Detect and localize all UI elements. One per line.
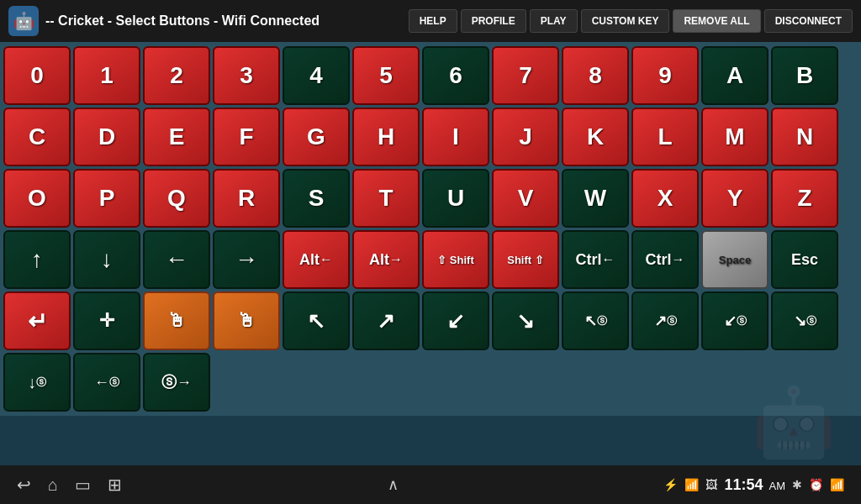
titlebar-nav: HELP PROFILE PLAY CUSTOM KEY REMOVE ALL … <box>409 9 853 33</box>
key-b[interactable]: B <box>771 46 838 105</box>
key-shift-right[interactable]: Shift ⇧ <box>492 230 559 289</box>
key-m[interactable]: M <box>701 108 769 166</box>
titlebar-left: 🤖 -- Cricket - Select Buttons - Wifi Con… <box>8 6 320 36</box>
disconnect-button[interactable]: DISCONNECT <box>764 9 853 33</box>
bluetooth-icon: ✱ <box>792 478 802 491</box>
key-q[interactable]: Q <box>143 169 210 228</box>
key-move[interactable]: ✛ <box>73 291 140 350</box>
key-d[interactable]: D <box>73 108 140 166</box>
remove-all-button[interactable]: REMOVE ALL <box>673 9 760 33</box>
key-ctrl-right[interactable]: Ctrl→ <box>631 230 699 289</box>
usb-icon: ⚡ <box>663 478 678 491</box>
key-row-2: C D E F G H I J K L M N <box>2 108 859 166</box>
key-y[interactable]: Y <box>701 169 769 228</box>
keyboard-area: 0 1 2 3 4 5 6 7 8 9 A B C D E F G H I J … <box>0 42 861 416</box>
key-h[interactable]: H <box>352 108 420 166</box>
key-mouse-left[interactable]: 🖱 <box>143 291 210 350</box>
key-t[interactable]: T <box>352 169 420 228</box>
wifi-icon: 📶 <box>684 478 699 491</box>
key-space[interactable]: Space <box>701 230 769 289</box>
profile-button[interactable]: PROFILE <box>461 9 526 33</box>
key-1[interactable]: 1 <box>73 46 140 105</box>
app-icon: 🤖 <box>8 6 39 36</box>
key-row-4: ↑ ↓ ← → Alt← Alt→ ⇧ Shift Shift ⇧ Ctrl← … <box>2 230 859 289</box>
key-z[interactable]: Z <box>771 169 838 228</box>
key-7[interactable]: 7 <box>492 46 559 105</box>
key-diag-ul-s[interactable]: ↖ⓢ <box>562 291 629 350</box>
bottom-bar: ↩ ⌂ ▭ ⊞ ∧ ⚡ 📶 🖼 11:54 AM ✱ ⏰ 📶 <box>0 465 861 504</box>
key-esc[interactable]: Esc <box>771 230 838 289</box>
custom-key-button[interactable]: CUSTOM KEY <box>581 9 670 33</box>
key-9[interactable]: 9 <box>631 46 699 105</box>
key-row-5: ↵ ✛ 🖱 🖱 ↖ ↗ ↙ ↘ ↖ⓢ ↗ⓢ ↙ⓢ ↘ⓢ <box>2 291 859 350</box>
image-icon: 🖼 <box>705 478 717 491</box>
key-3[interactable]: 3 <box>213 46 280 105</box>
key-r[interactable]: R <box>213 169 280 228</box>
key-x[interactable]: X <box>631 169 699 228</box>
key-g[interactable]: G <box>283 108 350 166</box>
key-n[interactable]: N <box>771 108 838 166</box>
titlebar: 🤖 -- Cricket - Select Buttons - Wifi Con… <box>0 0 861 42</box>
key-scroll-down[interactable]: ↓ⓢ <box>3 353 71 412</box>
key-4[interactable]: 4 <box>283 46 350 105</box>
key-k[interactable]: K <box>562 108 629 166</box>
key-ctrl-left[interactable]: Ctrl← <box>562 230 629 289</box>
key-p[interactable]: P <box>73 169 140 228</box>
key-diag-ur-s[interactable]: ↗ⓢ <box>631 291 699 350</box>
home-icon[interactable]: ⌂ <box>48 475 58 495</box>
key-down[interactable]: ↓ <box>73 230 140 289</box>
key-j[interactable]: J <box>492 108 559 166</box>
key-v[interactable]: V <box>492 169 559 228</box>
key-0[interactable]: 0 <box>3 46 71 105</box>
alarm-icon: ⏰ <box>809 478 823 491</box>
key-a[interactable]: A <box>701 46 769 105</box>
status-bar: ⚡ 📶 🖼 11:54 AM ✱ ⏰ 📶 <box>663 476 844 494</box>
key-w[interactable]: W <box>562 169 629 228</box>
key-i[interactable]: I <box>422 108 489 166</box>
key-left[interactable]: ← <box>143 230 210 289</box>
key-u[interactable]: U <box>422 169 489 228</box>
key-row-6: ↓ⓢ ←ⓢ ⓢ→ <box>2 353 859 412</box>
key-row-3: O P Q R S T U V W X Y Z <box>2 169 859 228</box>
key-mouse-right[interactable]: 🖱 <box>213 291 280 350</box>
play-button[interactable]: PLAY <box>530 9 578 33</box>
key-diag-dl-s[interactable]: ↙ⓢ <box>701 291 769 350</box>
bottom-nav-left: ↩ ⌂ ▭ ⊞ <box>17 475 122 495</box>
key-diag-dl[interactable]: ↙ <box>422 291 489 350</box>
key-e[interactable]: E <box>143 108 210 166</box>
app-title: -- Cricket - Select Buttons - Wifi Conne… <box>45 13 320 29</box>
key-diag-dr-s[interactable]: ↘ⓢ <box>771 291 838 350</box>
key-c[interactable]: C <box>3 108 71 166</box>
key-5[interactable]: 5 <box>352 46 420 105</box>
key-o[interactable]: O <box>3 169 71 228</box>
key-right[interactable]: → <box>213 230 280 289</box>
key-s[interactable]: S <box>283 169 350 228</box>
key-alt-left[interactable]: Alt← <box>283 230 350 289</box>
key-diag-ur[interactable]: ↗ <box>352 291 420 350</box>
key-shift-left[interactable]: ⇧ Shift <box>422 230 489 289</box>
key-f[interactable]: F <box>213 108 280 166</box>
clock: 11:54 AM <box>724 476 785 494</box>
key-diag-dr[interactable]: ↘ <box>492 291 559 350</box>
key-6[interactable]: 6 <box>422 46 489 105</box>
key-alt-right[interactable]: Alt→ <box>352 230 420 289</box>
key-8[interactable]: 8 <box>562 46 629 105</box>
help-button[interactable]: HELP <box>409 9 457 33</box>
back-icon[interactable]: ↩ <box>17 475 31 495</box>
recents-icon[interactable]: ▭ <box>75 475 91 495</box>
signal-icon: 📶 <box>830 478 844 491</box>
key-up[interactable]: ↑ <box>3 230 71 289</box>
key-2[interactable]: 2 <box>143 46 210 105</box>
key-enter[interactable]: ↵ <box>3 291 71 350</box>
key-diag-ul[interactable]: ↖ <box>283 291 350 350</box>
bottom-nav-center[interactable]: ∧ <box>388 475 399 494</box>
key-row-1: 0 1 2 3 4 5 6 7 8 9 A B <box>2 46 859 105</box>
key-l[interactable]: L <box>631 108 699 166</box>
key-scroll-right[interactable]: ⓢ→ <box>143 353 210 412</box>
menu-icon[interactable]: ⊞ <box>108 475 122 495</box>
key-scroll-left[interactable]: ←ⓢ <box>73 353 140 412</box>
